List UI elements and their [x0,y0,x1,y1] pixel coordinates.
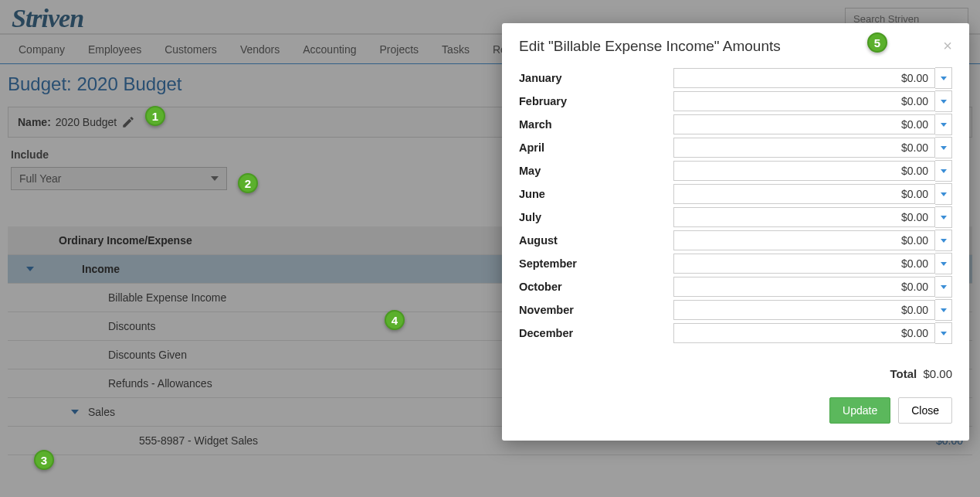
nav-employees[interactable]: Employees [88,43,141,56]
nav-projects[interactable]: Projects [380,43,419,56]
close-button[interactable]: Close [898,397,952,424]
month-amount-input[interactable] [673,161,935,181]
month-amount-input[interactable] [673,68,935,88]
amount-dropdown-button[interactable] [935,137,952,158]
include-select[interactable]: Full Year [11,167,227,190]
month-label: February [519,95,673,107]
nav-tasks[interactable]: Tasks [442,43,470,56]
callout-5: 5 [867,32,887,53]
chevron-down-icon [941,332,947,335]
edit-icon[interactable] [121,115,135,129]
amount-dropdown-button[interactable] [935,90,952,112]
nav-company[interactable]: Company [19,43,65,56]
total-label: Total [890,367,917,380]
page-title: Budget: 2020 Budget [8,73,182,94]
logo: Striven [12,4,83,33]
nav-customers[interactable]: Customers [164,43,217,56]
chevron-down-icon [941,262,947,266]
edit-amounts-modal: Edit "Billable Expense Income" Amounts ×… [502,23,969,441]
month-label: September [519,257,673,270]
callout-4: 4 [385,310,405,330]
amount-dropdown-button[interactable] [935,67,952,89]
callout-1: 1 [145,106,165,126]
chevron-down-icon [211,176,219,181]
chevron-down-icon [941,123,947,127]
month-label: December [519,327,673,339]
month-label: January [519,72,673,84]
month-amount-input[interactable] [673,300,935,320]
chevron-down-icon [941,77,947,80]
month-amount-input[interactable] [673,230,935,250]
nav-vendors[interactable]: Vendors [240,43,280,56]
expand-income-icon[interactable] [26,267,34,271]
chevron-down-icon [941,285,947,289]
include-value: Full Year [19,172,61,185]
month-label: July [519,211,673,223]
month-amount-input[interactable] [673,254,935,274]
month-label: May [519,165,673,177]
month-amount-input[interactable] [673,184,935,204]
amount-dropdown-button[interactable] [935,183,952,205]
month-label: October [519,281,673,293]
amount-dropdown-button[interactable] [935,230,952,251]
month-amount-input[interactable] [673,323,935,343]
chevron-down-icon [941,192,947,196]
chevron-down-icon [941,100,947,104]
amount-dropdown-button[interactable] [935,299,952,321]
name-label: Name: [18,116,51,128]
modal-title: Edit "Billable Expense Income" Amounts [519,38,781,55]
callout-2: 2 [238,173,258,193]
amount-dropdown-button[interactable] [935,322,952,344]
chevron-down-icon [941,216,947,220]
name-value: 2020 Budget [56,116,117,128]
nav-accounting[interactable]: Accounting [303,43,356,56]
chevron-down-icon [941,308,947,312]
month-amount-input[interactable] [673,91,935,111]
month-label: March [519,118,673,131]
chevron-down-icon [941,146,947,150]
amount-dropdown-button[interactable] [935,114,952,135]
close-icon[interactable]: × [943,37,952,55]
amount-dropdown-button[interactable] [935,160,952,182]
amount-dropdown-button[interactable] [935,276,952,298]
month-amount-input[interactable] [673,207,935,227]
amount-dropdown-button[interactable] [935,206,952,228]
month-label: August [519,234,673,247]
update-button[interactable]: Update [829,397,890,424]
chevron-down-icon [941,169,947,173]
expand-sales-icon[interactable] [71,410,79,414]
month-amount-input[interactable] [673,114,935,134]
month-label: April [519,141,673,154]
chevron-down-icon [941,239,947,243]
month-amount-input[interactable] [673,138,935,158]
callout-3: 3 [34,450,54,470]
total-value: $0.00 [923,367,952,380]
amount-dropdown-button[interactable] [935,253,952,274]
month-label: November [519,304,673,316]
month-amount-input[interactable] [673,277,935,297]
month-label: June [519,188,673,200]
